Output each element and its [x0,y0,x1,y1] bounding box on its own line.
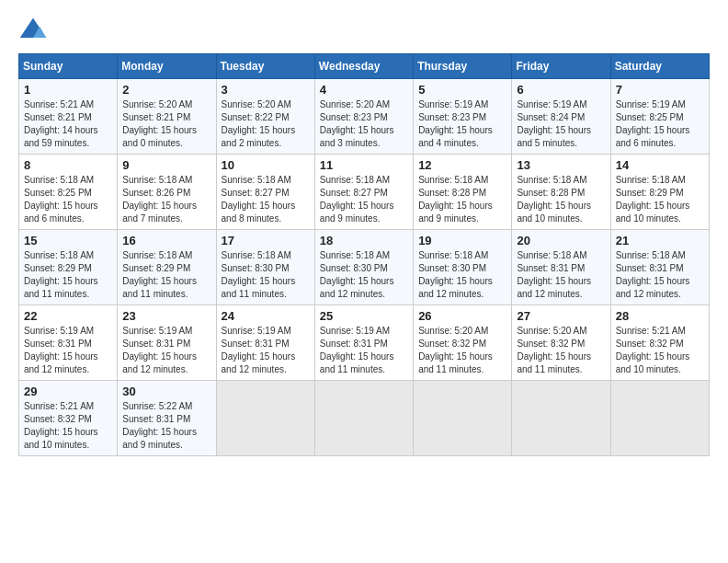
calendar-cell [216,381,314,456]
day-info: Sunrise: 5:18 AMSunset: 8:31 PMDaylight:… [616,249,704,301]
day-number: 8 [24,158,112,172]
calendar-week-4: 22Sunrise: 5:19 AMSunset: 8:31 PMDayligh… [19,305,710,381]
day-number: 28 [616,309,704,323]
day-info: Sunrise: 5:19 AMSunset: 8:31 PMDaylight:… [122,325,210,376]
day-number: 2 [122,83,210,97]
calendar-week-5: 29Sunrise: 5:21 AMSunset: 8:32 PMDayligh… [19,381,710,456]
calendar-cell: 27Sunrise: 5:20 AMSunset: 8:32 PMDayligh… [512,305,610,381]
calendar-cell: 30Sunrise: 5:22 AMSunset: 8:31 PMDayligh… [118,381,216,456]
day-number: 12 [418,158,506,172]
calendar-cell: 2Sunrise: 5:20 AMSunset: 8:21 PMDaylight… [118,79,216,155]
calendar-body: 1Sunrise: 5:21 AMSunset: 8:21 PMDaylight… [19,79,710,456]
day-number: 24 [222,309,310,323]
day-info: Sunrise: 5:18 AMSunset: 8:26 PMDaylight:… [122,174,210,225]
day-info: Sunrise: 5:19 AMSunset: 8:31 PMDaylight:… [222,325,310,376]
calendar-cell: 11Sunrise: 5:18 AMSunset: 8:27 PMDayligh… [314,155,413,230]
header-row: SundayMondayTuesdayWednesdayThursdayFrid… [19,54,710,79]
day-number: 6 [517,83,605,97]
day-number: 19 [418,234,506,247]
calendar-week-1: 1Sunrise: 5:21 AMSunset: 8:21 PMDaylight… [19,79,710,155]
day-info: Sunrise: 5:21 AMSunset: 8:21 PMDaylight:… [24,98,112,150]
header-cell-tuesday: Tuesday [216,54,314,79]
day-info: Sunrise: 5:20 AMSunset: 8:23 PMDaylight:… [320,98,408,150]
calendar-cell: 15Sunrise: 5:18 AMSunset: 8:29 PMDayligh… [19,230,118,305]
calendar-cell: 16Sunrise: 5:18 AMSunset: 8:29 PMDayligh… [118,230,216,305]
calendar-cell: 7Sunrise: 5:19 AMSunset: 8:25 PMDaylight… [610,79,709,155]
logo [18,15,51,44]
day-info: Sunrise: 5:21 AMSunset: 8:32 PMDaylight:… [24,400,112,452]
day-info: Sunrise: 5:19 AMSunset: 8:24 PMDaylight:… [517,98,605,150]
day-number: 14 [616,158,704,172]
day-number: 23 [122,309,210,323]
calendar-header: SundayMondayTuesdayWednesdayThursdayFrid… [19,54,710,79]
calendar-cell: 1Sunrise: 5:21 AMSunset: 8:21 PMDaylight… [19,79,118,155]
day-info: Sunrise: 5:20 AMSunset: 8:22 PMDaylight:… [222,98,310,150]
day-info: Sunrise: 5:19 AMSunset: 8:23 PMDaylight:… [418,98,506,150]
calendar-cell [512,381,610,456]
header-cell-wednesday: Wednesday [314,54,413,79]
calendar-cell: 26Sunrise: 5:20 AMSunset: 8:32 PMDayligh… [414,305,512,381]
calendar-cell: 8Sunrise: 5:18 AMSunset: 8:25 PMDaylight… [19,155,118,230]
logo-icon [18,15,48,44]
day-info: Sunrise: 5:18 AMSunset: 8:27 PMDaylight:… [222,174,310,225]
calendar-week-3: 15Sunrise: 5:18 AMSunset: 8:29 PMDayligh… [19,230,710,305]
day-info: Sunrise: 5:19 AMSunset: 8:31 PMDaylight:… [320,325,408,376]
day-info: Sunrise: 5:18 AMSunset: 8:29 PMDaylight:… [616,174,704,225]
day-number: 22 [24,309,112,323]
calendar-cell: 10Sunrise: 5:18 AMSunset: 8:27 PMDayligh… [216,155,314,230]
day-number: 7 [616,83,704,97]
day-number: 25 [320,309,408,323]
day-number: 13 [517,158,605,172]
calendar-cell: 18Sunrise: 5:18 AMSunset: 8:30 PMDayligh… [314,230,413,305]
day-info: Sunrise: 5:18 AMSunset: 8:28 PMDaylight:… [517,174,605,225]
day-info: Sunrise: 5:20 AMSunset: 8:32 PMDaylight:… [517,325,605,376]
day-number: 17 [222,234,310,247]
day-info: Sunrise: 5:20 AMSunset: 8:32 PMDaylight:… [418,325,506,376]
header [18,15,710,44]
calendar-cell: 25Sunrise: 5:19 AMSunset: 8:31 PMDayligh… [314,305,413,381]
calendar-cell: 4Sunrise: 5:20 AMSunset: 8:23 PMDaylight… [314,79,413,155]
calendar-cell: 21Sunrise: 5:18 AMSunset: 8:31 PMDayligh… [610,230,709,305]
day-number: 9 [122,158,210,172]
calendar-cell: 23Sunrise: 5:19 AMSunset: 8:31 PMDayligh… [118,305,216,381]
day-info: Sunrise: 5:18 AMSunset: 8:29 PMDaylight:… [24,249,112,301]
calendar-cell: 6Sunrise: 5:19 AMSunset: 8:24 PMDaylight… [512,79,610,155]
calendar-cell: 14Sunrise: 5:18 AMSunset: 8:29 PMDayligh… [610,155,709,230]
calendar-cell: 29Sunrise: 5:21 AMSunset: 8:32 PMDayligh… [19,381,118,456]
day-number: 30 [122,385,210,398]
page: SundayMondayTuesdayWednesdayThursdayFrid… [0,0,728,563]
calendar-cell: 9Sunrise: 5:18 AMSunset: 8:26 PMDaylight… [118,155,216,230]
header-cell-thursday: Thursday [414,54,512,79]
day-info: Sunrise: 5:18 AMSunset: 8:31 PMDaylight:… [517,249,605,301]
calendar-cell: 13Sunrise: 5:18 AMSunset: 8:28 PMDayligh… [512,155,610,230]
calendar-cell [314,381,413,456]
day-info: Sunrise: 5:21 AMSunset: 8:32 PMDaylight:… [616,325,704,376]
day-info: Sunrise: 5:18 AMSunset: 8:30 PMDaylight:… [418,249,506,301]
day-number: 16 [122,234,210,247]
calendar-cell: 19Sunrise: 5:18 AMSunset: 8:30 PMDayligh… [414,230,512,305]
day-number: 20 [517,234,605,247]
calendar-week-2: 8Sunrise: 5:18 AMSunset: 8:25 PMDaylight… [19,155,710,230]
calendar-cell: 20Sunrise: 5:18 AMSunset: 8:31 PMDayligh… [512,230,610,305]
calendar-cell: 22Sunrise: 5:19 AMSunset: 8:31 PMDayligh… [19,305,118,381]
day-info: Sunrise: 5:18 AMSunset: 8:25 PMDaylight:… [24,174,112,225]
day-number: 18 [320,234,408,247]
day-number: 27 [517,309,605,323]
day-number: 10 [222,158,310,172]
day-number: 4 [320,83,408,97]
calendar-table: SundayMondayTuesdayWednesdayThursdayFrid… [18,53,710,456]
day-number: 3 [222,83,310,97]
day-info: Sunrise: 5:18 AMSunset: 8:28 PMDaylight:… [418,174,506,225]
calendar-cell: 5Sunrise: 5:19 AMSunset: 8:23 PMDaylight… [414,79,512,155]
day-number: 29 [24,385,112,398]
day-info: Sunrise: 5:18 AMSunset: 8:30 PMDaylight:… [222,249,310,301]
calendar-cell: 12Sunrise: 5:18 AMSunset: 8:28 PMDayligh… [414,155,512,230]
day-info: Sunrise: 5:19 AMSunset: 8:25 PMDaylight:… [616,98,704,150]
calendar-cell [414,381,512,456]
header-cell-friday: Friday [512,54,610,79]
calendar-cell [610,381,709,456]
day-info: Sunrise: 5:19 AMSunset: 8:31 PMDaylight:… [24,325,112,376]
day-number: 11 [320,158,408,172]
day-number: 5 [418,83,506,97]
header-cell-saturday: Saturday [610,54,709,79]
